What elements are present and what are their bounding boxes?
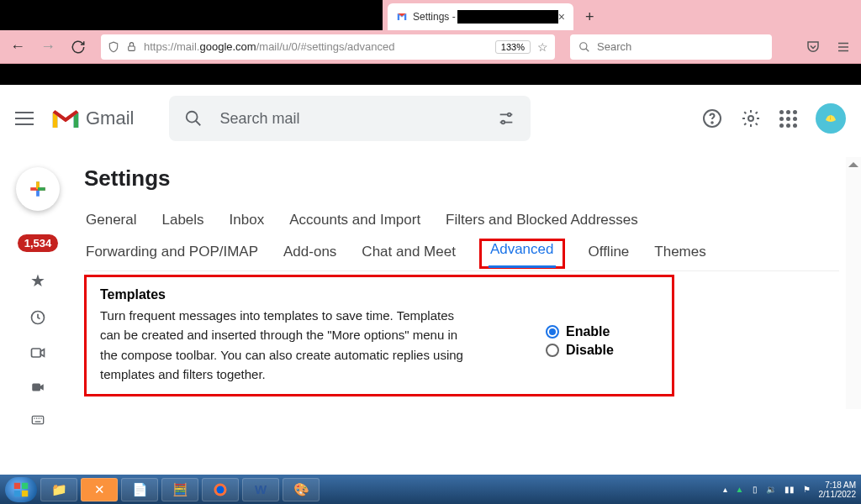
svg-point-6 bbox=[711, 122, 713, 123]
browser-tab-strip: Settings - × + bbox=[0, 0, 861, 30]
task-notepadpp[interactable]: 📄 bbox=[121, 478, 158, 501]
browser-menu-icon[interactable] bbox=[836, 39, 851, 55]
redacted-area bbox=[457, 10, 558, 24]
snoozed-icon[interactable] bbox=[29, 309, 46, 326]
tray-up-icon[interactable]: ▴ bbox=[723, 485, 727, 494]
tab-accounts[interactable]: Accounts and Import bbox=[288, 207, 422, 237]
svg-point-4 bbox=[502, 121, 505, 124]
tab-offline[interactable]: Offline bbox=[587, 239, 631, 269]
url-text: https://mail.google.com/mail/u/0/#settin… bbox=[144, 40, 394, 53]
svg-point-1 bbox=[580, 42, 587, 49]
svg-rect-10 bbox=[32, 384, 40, 391]
tray-network-icon[interactable]: ▮▮ bbox=[784, 485, 795, 494]
tab-title: Settings - bbox=[413, 11, 456, 23]
main-menu-button[interactable] bbox=[15, 112, 34, 125]
close-tab-icon[interactable]: × bbox=[558, 10, 565, 24]
task-word[interactable]: W bbox=[242, 478, 279, 501]
task-xampp[interactable]: ✕ bbox=[81, 478, 118, 501]
templates-enable-option[interactable]: Enable bbox=[546, 324, 614, 339]
settings-gear-icon[interactable] bbox=[741, 108, 761, 129]
pocket-icon[interactable] bbox=[806, 39, 821, 55]
settings-tabs-row2: Forwarding and POP/IMAP Add-ons Chat and… bbox=[84, 239, 839, 271]
radio-disable-icon bbox=[546, 344, 559, 357]
back-button[interactable]: ← bbox=[10, 38, 25, 55]
radio-enable-icon bbox=[546, 325, 559, 339]
settings-pane: Settings General Labels Inbox Accounts a… bbox=[76, 152, 861, 475]
compose-button[interactable] bbox=[16, 167, 60, 211]
new-tab-button[interactable]: + bbox=[585, 3, 594, 30]
tab-labels[interactable]: Labels bbox=[160, 207, 205, 237]
tab-chat[interactable]: Chat and Meet bbox=[360, 239, 457, 269]
templates-disable-option[interactable]: Disable bbox=[546, 343, 614, 358]
browser-tab-active[interactable]: Settings - × bbox=[388, 3, 573, 30]
svg-rect-14 bbox=[39, 417, 40, 418]
redacted-area bbox=[0, 64, 861, 85]
windows-taskbar: 📁 ✕ 📄 🧮 W 🎨 ▴ ▲ ▯ 🔉 ▮▮ ⚑ 7:18 AM 2/11/20… bbox=[0, 475, 861, 504]
bookmark-star-icon[interactable]: ☆ bbox=[537, 40, 548, 54]
svg-point-19 bbox=[217, 486, 224, 493]
svg-rect-0 bbox=[129, 46, 135, 50]
browser-search-box[interactable]: Search bbox=[570, 34, 772, 60]
redacted-area bbox=[0, 0, 383, 30]
svg-rect-16 bbox=[35, 421, 41, 422]
svg-rect-13 bbox=[36, 417, 37, 418]
svg-point-3 bbox=[508, 113, 511, 117]
shield-icon[interactable] bbox=[108, 41, 119, 53]
enable-label: Enable bbox=[566, 324, 610, 339]
forward-button[interactable]: → bbox=[40, 38, 55, 55]
svg-rect-15 bbox=[40, 417, 41, 418]
tray-app-icon[interactable]: ▲ bbox=[736, 485, 744, 494]
tab-forwarding[interactable]: Forwarding and POP/IMAP bbox=[84, 239, 260, 269]
browser-toolbar: ← → https://mail.google.com/mail/u/0/#se… bbox=[0, 30, 861, 64]
search-options-icon[interactable] bbox=[497, 109, 515, 128]
start-button[interactable] bbox=[5, 477, 37, 502]
tab-addons[interactable]: Add-ons bbox=[282, 239, 338, 269]
task-explorer[interactable]: 📁 bbox=[40, 478, 77, 501]
svg-rect-9 bbox=[32, 349, 41, 357]
gmail-icon bbox=[50, 107, 81, 130]
search-icon bbox=[184, 109, 203, 128]
meet-new-icon[interactable] bbox=[29, 344, 46, 361]
account-avatar[interactable] bbox=[816, 103, 846, 134]
search-mail-placeholder: Search mail bbox=[219, 110, 299, 128]
address-bar[interactable]: https://mail.google.com/mail/u/0/#settin… bbox=[101, 34, 555, 60]
tab-themes[interactable]: Themes bbox=[652, 239, 707, 269]
task-paint[interactable]: 🎨 bbox=[283, 478, 320, 501]
search-icon bbox=[578, 41, 590, 53]
tray-battery-icon[interactable]: ▯ bbox=[753, 485, 758, 494]
system-tray[interactable]: ▴ ▲ ▯ 🔉 ▮▮ ⚑ 7:18 AM 2/11/2022 bbox=[723, 480, 856, 499]
tray-sound-icon[interactable]: 🔉 bbox=[766, 485, 776, 494]
reload-button[interactable] bbox=[71, 39, 86, 55]
svg-rect-12 bbox=[34, 417, 34, 418]
search-mail-box[interactable]: Search mail bbox=[169, 96, 531, 141]
scrollbar[interactable] bbox=[846, 157, 861, 409]
search-placeholder: Search bbox=[597, 40, 631, 53]
gmail-header: Gmail Search mail bbox=[0, 85, 861, 152]
lock-icon[interactable] bbox=[126, 41, 137, 52]
tab-general[interactable]: General bbox=[84, 207, 138, 237]
taskbar-clock[interactable]: 7:18 AM 2/11/2022 bbox=[819, 480, 857, 499]
tab-filters[interactable]: Filters and Blocked Addresses bbox=[444, 207, 640, 237]
templates-heading: Templates bbox=[100, 287, 470, 302]
tab-advanced[interactable]: Advanced bbox=[489, 236, 556, 268]
task-calc[interactable]: 🧮 bbox=[161, 478, 198, 501]
disable-label: Disable bbox=[566, 343, 614, 358]
left-rail: 1,534 ★ bbox=[0, 152, 76, 475]
gmail-logo[interactable]: Gmail bbox=[50, 107, 134, 130]
inbox-count-badge[interactable]: 1,534 bbox=[18, 234, 59, 252]
google-apps-icon[interactable] bbox=[779, 110, 797, 128]
page-title: Settings bbox=[84, 165, 839, 192]
keyboard-icon[interactable] bbox=[29, 413, 47, 427]
task-firefox[interactable] bbox=[202, 478, 239, 501]
svg-point-2 bbox=[187, 112, 198, 123]
tab-inbox[interactable]: Inbox bbox=[228, 207, 267, 237]
gmail-logo-text: Gmail bbox=[86, 108, 134, 129]
support-icon[interactable] bbox=[702, 108, 722, 129]
meet-join-icon[interactable] bbox=[29, 380, 46, 395]
scroll-up-icon[interactable] bbox=[848, 157, 858, 167]
zoom-badge[interactable]: 133% bbox=[495, 40, 531, 54]
starred-icon[interactable]: ★ bbox=[30, 270, 45, 291]
highlight-advanced-tab: Advanced bbox=[479, 239, 565, 269]
tray-flag-icon[interactable]: ⚑ bbox=[803, 485, 811, 494]
templates-description: Turn frequent messages into templates to… bbox=[100, 306, 470, 384]
